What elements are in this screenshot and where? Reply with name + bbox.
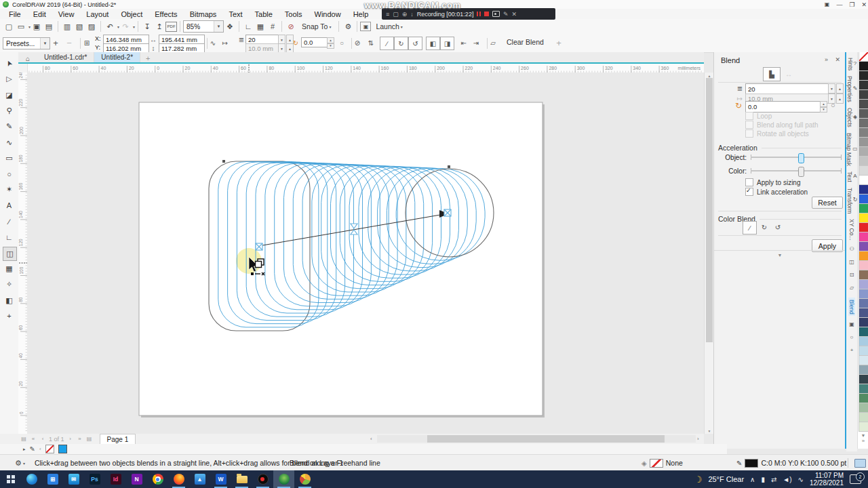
taskbar-start[interactable] <box>0 470 21 488</box>
first-page-icon[interactable]: « <box>28 436 38 442</box>
interactive-fill-tool[interactable]: ◧ <box>3 294 16 307</box>
ellipse-tool[interactable]: ○ <box>3 167 16 180</box>
weather-text[interactable]: 25°F Clear <box>708 475 744 483</box>
blend-angle-field[interactable]: 0.0 <box>301 37 330 47</box>
save-icon[interactable]: ▣ <box>31 20 43 33</box>
palette-swatch[interactable] <box>859 384 868 394</box>
palette-swatch[interactable] <box>859 242 868 251</box>
object-accel-icon[interactable]: ◧ <box>426 37 440 50</box>
palette-swatch[interactable] <box>859 422 868 432</box>
eyedropper-icon[interactable]: ✎ <box>30 445 35 453</box>
docker-collapse-icon[interactable]: » <box>825 56 828 63</box>
palette-swatch[interactable] <box>859 71 868 81</box>
new-tab-icon[interactable]: + <box>140 54 155 62</box>
blend-steps-mode-icon[interactable]: ▙ <box>763 67 781 81</box>
new-document-icon[interactable]: ▢ <box>3 20 15 33</box>
open-icon[interactable]: ▭ <box>15 20 27 33</box>
workspace-icon[interactable]: ▣ <box>825 1 830 7</box>
docker-angle-field[interactable]: 0.0 <box>745 101 823 113</box>
docker-tab-blend[interactable]: Blend <box>848 298 855 317</box>
palette-swatch[interactable] <box>859 337 868 346</box>
bandicam-arrow-icon[interactable]: ↓ <box>410 11 414 18</box>
status-gear-icon[interactable]: ⚙ <box>15 459 22 468</box>
bandicam-close-icon[interactable]: ✕ <box>511 11 517 18</box>
taskbar-coreldraw[interactable] <box>273 470 294 488</box>
menu-bitmaps[interactable]: Bitmaps <box>184 10 223 18</box>
blend-spacing-mode-icon[interactable]: ↔ <box>783 68 794 79</box>
docker-tab-add-docker[interactable]: + <box>850 347 854 354</box>
start-end-objects-icon[interactable]: ⇤ <box>458 37 469 48</box>
taskbar-explorer[interactable] <box>231 470 252 488</box>
object-accel-handle[interactable] <box>798 153 804 163</box>
apply-sizing-row[interactable]: Apply to sizing <box>745 178 800 186</box>
palette-swatch[interactable] <box>859 166 868 176</box>
ruler-corner[interactable] <box>18 64 28 73</box>
weather-moon-icon[interactable]: ☽ <box>694 474 703 485</box>
bandicam-menu-icon[interactable]: ≡ <box>386 11 389 18</box>
add-preset-icon[interactable]: + <box>50 37 61 48</box>
rotate-all-checkbox[interactable] <box>745 129 753 138</box>
loop-checkbox[interactable] <box>745 112 753 120</box>
size-accel-icon[interactable]: ◨ <box>440 37 454 50</box>
palette-swatch[interactable] <box>859 109 868 119</box>
launch-icon[interactable]: ▣ <box>360 22 371 31</box>
taskbar-firefox[interactable] <box>168 470 189 488</box>
page-list-icon[interactable]: ▤ <box>19 436 28 442</box>
expand-icon[interactable]: ▸ <box>23 447 26 452</box>
taskbar-indesign[interactable]: Id <box>105 470 126 488</box>
drawing-canvas[interactable] <box>27 73 704 434</box>
snap-off-icon[interactable]: ⊘ <box>285 20 297 33</box>
palette-swatch[interactable] <box>859 270 868 280</box>
docker-tab-frame[interactable]: ⊡ <box>850 272 854 279</box>
rectangle-tool[interactable]: ▭ <box>3 152 16 165</box>
menu-view[interactable]: View <box>52 10 81 18</box>
home-icon[interactable]: ⌂ <box>18 55 37 62</box>
blend-tool[interactable]: ◫ <box>3 247 17 261</box>
more-tools[interactable]: + <box>3 310 16 323</box>
freehand-tool[interactable]: ✎ <box>3 120 16 133</box>
pause-icon[interactable] <box>477 12 481 16</box>
object-accel-slider[interactable] <box>751 152 842 162</box>
show-guidelines-icon[interactable]: # <box>267 20 279 33</box>
docker-tab-envelope[interactable]: ○ <box>850 334 854 342</box>
undo-icon[interactable]: ↶ <box>104 20 116 33</box>
menu-effects[interactable]: Effects <box>149 10 183 18</box>
taskbar-edge[interactable] <box>21 470 42 488</box>
menu-layout[interactable]: Layout <box>80 10 115 18</box>
menu-table[interactable]: Table <box>249 10 279 18</box>
palette-swatch[interactable] <box>859 289 868 299</box>
menu-help[interactable]: Help <box>347 10 375 18</box>
palette-swatch[interactable] <box>859 232 868 242</box>
docker-tab-transform[interactable]: ↻Transform <box>846 188 858 214</box>
menu-text[interactable]: Text <box>222 10 248 18</box>
scroll-down-icon[interactable]: ▼ <box>705 428 714 434</box>
hidden-icons-chevron[interactable]: ∧ <box>750 476 755 483</box>
counterclockwise-path-icon[interactable]: ↺ <box>408 37 422 50</box>
taskbar-onenote[interactable]: N <box>126 470 147 488</box>
zoom-tool[interactable]: ⚲ <box>3 104 16 117</box>
last-page-icon[interactable]: » <box>75 436 85 442</box>
blend-spacing-icon[interactable]: ↦ <box>220 37 231 48</box>
docker-tab-xy-coordinates[interactable]: XY Co... <box>848 219 855 241</box>
pencil-icon[interactable]: ✎ <box>503 11 509 18</box>
export-icon[interactable]: ↥ <box>153 20 165 33</box>
docker-close-icon[interactable]: ✕ <box>835 56 840 63</box>
color-eyedropper-tool[interactable]: ✧ <box>3 278 16 291</box>
palette-swatch[interactable] <box>859 90 868 100</box>
direct-color-blend-icon[interactable]: ∕ <box>743 221 757 235</box>
horizontal-scroll-thumb[interactable] <box>427 435 665 443</box>
page-tab[interactable]: Page 1 <box>100 434 136 445</box>
eraser-tool[interactable]: ◪ <box>3 89 16 102</box>
blend-shape-icon[interactable]: ∿ <box>208 37 218 48</box>
clock[interactable]: 11:07 PM 12/28/2021 <box>810 472 844 487</box>
color-accel-slider[interactable] <box>751 166 842 176</box>
horizontal-scrollbar[interactable] <box>377 435 696 443</box>
shape-tool[interactable]: ▷ <box>3 73 16 85</box>
menu-object[interactable]: Object <box>115 10 149 18</box>
full-path-checkbox-row[interactable]: Blend along full path <box>745 121 818 129</box>
speaker-icon[interactable]: ◄) <box>783 476 791 483</box>
palette-swatch[interactable] <box>859 195 868 204</box>
palette-swatch[interactable] <box>859 327 868 337</box>
paste-icon[interactable]: ▨ <box>85 20 98 33</box>
docker-tab-find-replace[interactable]: ⚇ <box>849 246 854 253</box>
